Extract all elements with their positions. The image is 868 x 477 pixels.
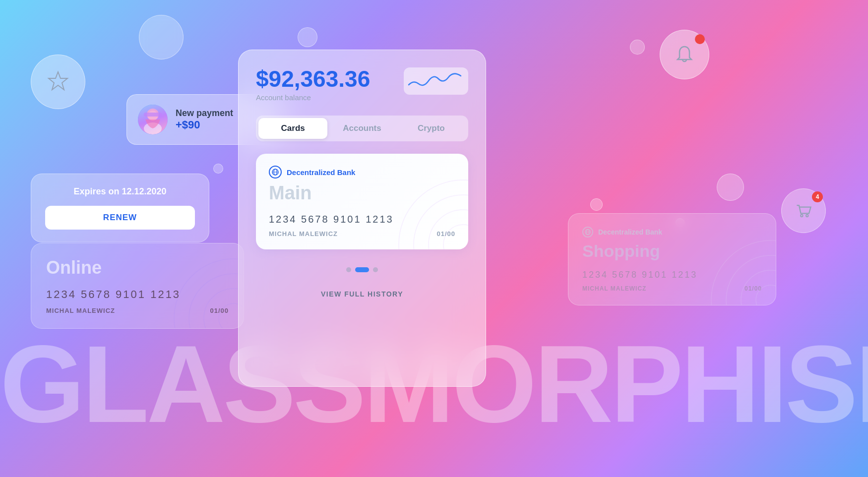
- dot-3[interactable]: [373, 267, 378, 272]
- star-circle: [31, 55, 85, 109]
- svg-point-8: [189, 274, 244, 329]
- bell-icon: [674, 44, 695, 65]
- dot-1[interactable]: [346, 267, 351, 272]
- main-panel: $92,363.36 Account balance Cards Account…: [238, 50, 486, 387]
- payment-amount: +$90: [176, 119, 233, 131]
- globe-icon: [271, 168, 279, 176]
- balance-section: $92,363.36 Account balance: [256, 67, 468, 102]
- view-history-button[interactable]: VIEW FULL HISTORY: [256, 280, 468, 308]
- tab-cards[interactable]: Cards: [258, 118, 327, 139]
- online-card-holder: MICHAL MALEWICZ: [46, 307, 115, 314]
- svg-point-2: [806, 215, 808, 217]
- svg-rect-6: [144, 113, 162, 117]
- person-silhouette: [138, 105, 168, 134]
- card-decoration: [159, 244, 244, 329]
- decor-circle-1: [139, 15, 184, 60]
- bell-badge: [695, 34, 705, 44]
- main-card-decoration: [379, 160, 468, 249]
- cart-circle[interactable]: 4: [781, 188, 826, 233]
- cart-icon: [794, 201, 813, 221]
- star-icon: [46, 69, 70, 94]
- main-card-holder: MICHAL MALEWICZ: [269, 230, 338, 238]
- tab-accounts[interactable]: Accounts: [327, 118, 396, 139]
- balance-label: Account balance: [256, 93, 394, 102]
- payment-text: New payment +$90: [176, 108, 233, 131]
- shopping-card-holder: MICHAL MALEWICZ: [582, 285, 646, 292]
- wave-chart: [406, 70, 466, 92]
- payment-label: New payment: [176, 108, 233, 119]
- decor-circle-2: [298, 27, 317, 47]
- decor-circle-4: [717, 174, 744, 201]
- svg-marker-0: [49, 72, 67, 90]
- shopping-bank-name: Decentralized Bank: [598, 228, 662, 236]
- svg-point-1: [801, 215, 803, 217]
- svg-point-13: [429, 210, 468, 249]
- svg-point-18: [711, 240, 776, 305]
- mini-chart: [404, 67, 468, 95]
- bell-circle[interactable]: [660, 30, 709, 79]
- decor-circle-5: [630, 40, 645, 55]
- tab-crypto[interactable]: Crypto: [397, 118, 466, 139]
- shopping-card: Decentralized Bank Shopping 1234 5678 91…: [568, 213, 776, 305]
- svg-point-7: [174, 259, 244, 329]
- shopping-card-decoration: [696, 226, 776, 305]
- online-card: Online 1234 5678 9101 1213 MICHAL MALEWI…: [31, 243, 244, 329]
- svg-point-12: [414, 195, 468, 249]
- main-card-display: Decentralized Bank Main 1234 5678 9101 1…: [256, 154, 468, 249]
- svg-point-11: [399, 180, 468, 249]
- decor-circle-7: [590, 198, 603, 211]
- pagination-dots: [256, 259, 468, 280]
- expire-card: Expires on 12.12.2020 RENEW: [31, 174, 209, 242]
- payment-avatar: [138, 105, 168, 134]
- main-card-bank-name: Decentralized Bank: [287, 168, 355, 177]
- svg-point-21: [756, 285, 776, 305]
- cart-badge: 4: [812, 191, 823, 202]
- shopping-bank-icon: [582, 227, 593, 238]
- dot-2[interactable]: [355, 267, 369, 272]
- tabs-row: Cards Accounts Crypto: [256, 116, 468, 141]
- decor-circle-3: [213, 164, 223, 174]
- svg-point-14: [443, 225, 468, 249]
- shopping-globe-icon: [584, 229, 591, 236]
- svg-point-19: [726, 255, 776, 305]
- bank-icon: [269, 166, 282, 179]
- expire-label: Expires on 12.12.2020: [45, 186, 195, 197]
- renew-button[interactable]: RENEW: [45, 206, 195, 230]
- balance-left: $92,363.36 Account balance: [256, 67, 394, 102]
- svg-point-20: [741, 270, 776, 305]
- avatar-image: [138, 105, 168, 134]
- balance-amount: $92,363.36: [256, 67, 394, 90]
